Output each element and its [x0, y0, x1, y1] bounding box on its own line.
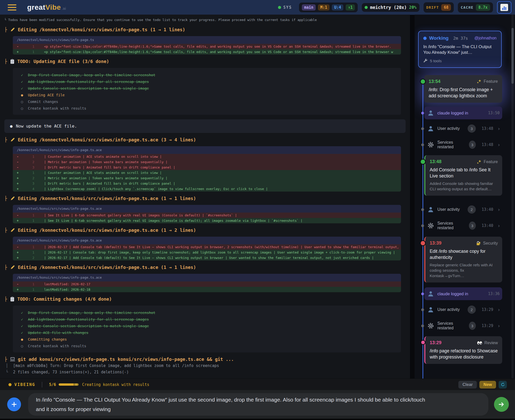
tree-branch: ├ [4, 356, 7, 363]
todo-title: TODO: Committing changes (4/6 done) [17, 296, 112, 302]
count-badge: 2 [468, 205, 476, 214]
card-time: 13:48 [430, 159, 441, 164]
vibe-status-dot [8, 383, 12, 386]
diff-file-path: /konnectvol/konui/src/views/info-page.ts… [13, 237, 401, 244]
clear-button[interactable]: Clear [458, 381, 477, 388]
timeline-dot-purple [421, 112, 424, 114]
chevron-right-icon: › [498, 223, 500, 228]
message-input[interactable]: In /info "Console — The CLI Output You A… [28, 393, 488, 416]
terminal-icon [10, 357, 15, 362]
card-time: 13:29 [430, 340, 441, 345]
todo-item-done: ✓Drop first Console image, keep only the… [20, 309, 396, 316]
pencil-icon [10, 265, 15, 270]
diff-line-del: -1| See It Live | 6-tab screenshot galle… [13, 213, 401, 218]
timeline-card-feature[interactable]: 13:48 Feature Add Console tab to /info S… [424, 155, 502, 196]
cache-group[interactable]: CACHE 8.7x [458, 2, 493, 13]
chevron-right-icon: › [498, 307, 500, 312]
diff-file-path: /konnectvol/konui/src/views/info-page.ts [13, 36, 401, 44]
sys-status: SYS [278, 5, 292, 10]
row-label: claude logged in [437, 111, 468, 116]
vibe-label: VIBEING [14, 382, 35, 387]
diff-line-del: -2| Metric bar animation | Token waste b… [13, 159, 401, 165]
timeline-card-security[interactable]: 13:39 Security Edit /info showcase copy … [424, 237, 502, 282]
console-output: └ Todos have been modified successfully.… [0, 15, 410, 379]
timeline-row-user-activity[interactable]: User activity 2 13:40 › [424, 203, 502, 216]
working-status-card[interactable]: Working 2m 37s @johnathon In /info "Cons… [418, 31, 502, 68]
edit-header: ├ Editing /konnectvol/konui/src/views/in… [4, 264, 410, 271]
timeline-row-services[interactable]: Services restarted 3 13:29 › [424, 320, 502, 332]
timeline-row-services[interactable]: Services restarted 3 13:40 › [424, 219, 502, 232]
diff-file-path: /konnectvol/konui/src/views/info-page.ts… [13, 146, 401, 154]
git-output-line: │[main a0fcbb0a] Turn: Drop first Consol… [4, 363, 410, 369]
todo-header: ├ TODO: Updating ACE file (3/6 done) [4, 58, 410, 65]
analytics-chart-button[interactable] [497, 1, 511, 14]
timeline-dot-gray [421, 224, 424, 227]
drift-label: DRIFT [426, 5, 439, 9]
row-time: 13:48 [482, 142, 493, 147]
add-attachment-button[interactable] [7, 397, 21, 411]
timeline-card-feature[interactable]: 13:54 Feature /info: Drop first Console … [424, 75, 502, 103]
hamburger-menu-icon[interactable] [8, 4, 16, 10]
todo-item-pending: ○Commit changes [20, 98, 396, 105]
timeline-row-user-activity[interactable]: User activity 2 13:29 › [424, 303, 502, 316]
app-root: greatVibe.ai SYS main M:1 U:4 ↑1 meichtr… [0, 0, 515, 420]
new-button[interactable]: New [479, 381, 496, 388]
vibe-status-bar: VIBEING 5/6 Creating kontask with result… [0, 379, 515, 390]
chevron-right-icon: › [498, 126, 500, 131]
diff-block: /konnectvol/konui/src/views/info-page.ts… [13, 205, 401, 223]
refresh-button[interactable] [499, 381, 507, 388]
diff-block: /konnectvol/konui/src/views/info-page.ts… [13, 237, 401, 260]
branch-pill-group[interactable]: main M:1 U:4 ↑1 [299, 3, 358, 12]
logo-ai: .ai [62, 6, 66, 10]
todo-item-done: ✓Add lightbox/zoom functionality for all… [20, 316, 396, 323]
card-tag: Feature [484, 160, 498, 164]
todo-item-done: ✓Drop first Console image, keep only the… [20, 72, 396, 78]
untracked-count-pill[interactable]: U:4 [332, 4, 343, 10]
row-label: Services restarted [437, 321, 466, 330]
count-badge: 3 [469, 222, 476, 230]
timeline-card-review[interactable]: 13:29 Review /info page refactored to Sh… [424, 336, 502, 364]
todo-list: ✓Drop first Console image, keep only the… [13, 68, 401, 115]
row-label: claude logged in [437, 291, 468, 296]
timeline-row-login[interactable]: claude logged in 13:36 [424, 287, 502, 300]
row-time: 13:50 [488, 111, 500, 115]
drift-group[interactable]: DRIFT 68 [424, 2, 454, 13]
card-title: Edit /info showcase copy for authenticit… [430, 248, 498, 260]
cache-label: CACHE [461, 5, 473, 9]
count-badge: 3 [468, 124, 476, 133]
sparkles-icon [477, 159, 482, 164]
timeline-dot-gray [421, 324, 424, 327]
send-button[interactable] [494, 397, 509, 412]
chevron-right-icon: › [498, 207, 500, 212]
timeline-row-login[interactable]: claude logged in 13:50 [424, 107, 502, 119]
timeline-row-user-activity[interactable]: User activity 3 13:48 › [424, 122, 502, 135]
session-name: meichtry (20x) [370, 5, 407, 10]
user-icon [427, 125, 434, 132]
card-time: 13:39 [430, 240, 441, 246]
todo-item-pending: ○Create kontask with results [20, 343, 396, 349]
modified-count-pill[interactable]: M:1 [318, 4, 329, 10]
timeline-rail [423, 79, 423, 379]
app-logo[interactable]: greatVibe.ai [27, 3, 66, 12]
todo-item-active: ●Committing changes [20, 336, 396, 343]
card-time: 13:54 [429, 79, 440, 84]
todo-title: TODO: Updating ACE file (3/6 done) [17, 58, 109, 65]
diff-line-add: +1<p style="font-size:13px;color:#7f848e… [13, 49, 401, 55]
row-label: User activity [437, 207, 460, 212]
card-description: Added Console tab showing familiar CLI w… [430, 181, 498, 192]
sidebar-scrollbar-thumb[interactable] [511, 28, 514, 84]
timeline-row-services[interactable]: Services restarted 3 13:48 › [424, 139, 502, 151]
edit-title: Editing /konnectvol/konui/src/views/info… [18, 195, 196, 202]
progress-fraction: 5/6 [49, 382, 56, 387]
edit-header: ├ Editing /konnectvol/konui/src/views/in… [4, 195, 410, 202]
gear-icon [427, 322, 434, 329]
branch-pill[interactable]: main [302, 4, 316, 10]
timeline-dot-green [420, 79, 426, 85]
card-title: /info page refactored to Showcase with p… [430, 348, 498, 360]
diff-block: /konnectvol/konui/src/views/info-page.ts… [13, 146, 401, 192]
ahead-count-pill[interactable]: ↑1 [346, 4, 355, 10]
divider [42, 382, 42, 387]
tools-count-label: 5 tools [430, 59, 442, 63]
session-group[interactable]: meichtry (20x) 20% [362, 3, 419, 12]
diff-line-del: -1| 2026-02-17 | Add Console tab (defaul… [13, 244, 401, 250]
